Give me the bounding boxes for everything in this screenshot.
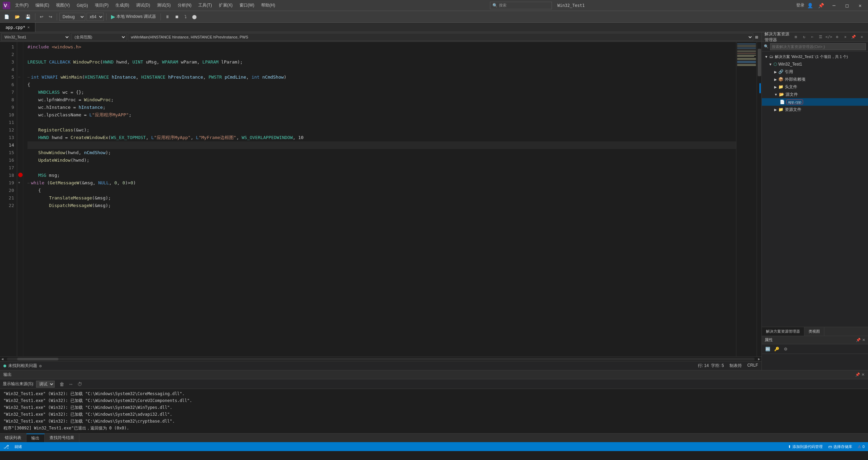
- redo-button[interactable]: ↪: [47, 12, 54, 21]
- external-deps-item[interactable]: ▶ 📦 外部依赖项: [762, 76, 868, 83]
- prop-btn-1[interactable]: 🔤: [764, 346, 771, 353]
- new-file-button[interactable]: 📄: [2, 12, 11, 21]
- res-expand-icon: ▶: [774, 108, 777, 112]
- panel-icon-2[interactable]: ↻: [801, 34, 808, 41]
- project-item[interactable]: ▼ ⬡ Win32_Test1: [762, 60, 868, 68]
- panel-icon-1[interactable]: ⊞: [792, 34, 799, 41]
- properties-title: 属性: [765, 337, 773, 343]
- func-select[interactable]: wWinMain(HINSTANCE hInstance, HINSTANCE …: [128, 33, 753, 41]
- maximize-button[interactable]: □: [842, 2, 852, 9]
- run-button[interactable]: ▶ 本地 Windows 调试器: [109, 13, 158, 20]
- step-over-button[interactable]: ⤵: [182, 12, 189, 21]
- build-config-select[interactable]: Debug Release: [59, 13, 85, 21]
- code-line-14: [27, 141, 736, 149]
- output-close-icon[interactable]: ✕: [861, 372, 865, 377]
- panel-close[interactable]: ✕: [858, 34, 865, 41]
- app-cpp-item[interactable]: 📄 app.cpp: [762, 98, 868, 106]
- menu-git[interactable]: Git(G): [73, 2, 91, 9]
- pin-button[interactable]: 📌: [816, 2, 826, 9]
- class-view-tab[interactable]: 类视图: [804, 327, 824, 336]
- project-collapse-icon: ▼: [769, 62, 772, 66]
- find-symbol-tab[interactable]: 查找符号结果: [45, 434, 79, 442]
- expand-editor-icon[interactable]: ⊞: [753, 34, 760, 40]
- prop-btn-3[interactable]: ⚙: [782, 346, 789, 353]
- code-line-1: #include <windows.h>: [27, 43, 736, 51]
- menu-file[interactable]: 文件(F): [12, 1, 32, 10]
- account-icon[interactable]: 👤: [807, 3, 813, 8]
- error-list-tab[interactable]: 错误列表: [0, 434, 26, 442]
- save-button[interactable]: 💾: [23, 12, 33, 21]
- solution-icon: 🗂: [769, 54, 774, 59]
- line-num-10: 10: [0, 111, 14, 119]
- scroll-left-btn[interactable]: ◀: [0, 357, 5, 361]
- references-item[interactable]: ▶ 🔗 引用: [762, 68, 868, 76]
- line-num-14: 14: [0, 141, 14, 149]
- scroll-thumb[interactable]: [758, 49, 761, 76]
- panel-icon-4[interactable]: ☰: [817, 34, 824, 41]
- panel-icon-6[interactable]: ⚙: [834, 34, 841, 41]
- stop-button[interactable]: ⏹: [173, 12, 181, 21]
- breakpoint-button[interactable]: ⬤: [190, 12, 199, 21]
- select-repo[interactable]: 🗃 选择存储库: [828, 444, 852, 449]
- scroll-right-btn[interactable]: ▶: [757, 357, 761, 361]
- solution-search-input[interactable]: [770, 43, 866, 50]
- panel-icon-7[interactable]: ✕: [842, 34, 849, 41]
- code-content[interactable]: #include <windows.h> LRESULT CALLBACK Wi…: [23, 42, 736, 356]
- resource-files-item[interactable]: ▶ 📁 资源文件: [762, 106, 868, 113]
- menu-analyze[interactable]: 分析(N): [174, 1, 195, 10]
- prop-close-icon[interactable]: ✕: [862, 338, 865, 342]
- collapse-btn-line5[interactable]: —: [18, 75, 20, 79]
- header-files-item[interactable]: ▶ 📁 头文件: [762, 83, 868, 91]
- menu-window[interactable]: 窗口(W): [236, 1, 258, 10]
- code-line-16: UpdateWindow(hwnd);: [27, 157, 736, 164]
- menu-extensions[interactable]: 扩展(X): [215, 1, 236, 10]
- output-filter-btn[interactable]: ⏱: [76, 381, 84, 387]
- file-scope-select[interactable]: Win32_Test1: [1, 33, 70, 41]
- menu-help[interactable]: 帮助(H): [258, 1, 279, 10]
- menu-project[interactable]: 项目(P): [91, 1, 112, 10]
- code-line-8: wc.lpfnWndProc = WindowProc;: [27, 96, 736, 104]
- horizontal-scrollbar[interactable]: ◀ ▶: [0, 356, 761, 361]
- pause-button[interactable]: ⏸: [163, 12, 171, 21]
- close-button[interactable]: ✕: [855, 2, 865, 9]
- output-source-select[interactable]: 调试 生成: [36, 381, 55, 388]
- minimize-button[interactable]: ─: [829, 2, 839, 9]
- platform-select[interactable]: x64 x86: [87, 13, 104, 21]
- solution-root-item[interactable]: ▼ 🗂 解决方案 'Win32_Test1' (1 个项目，共 1 个): [762, 53, 868, 60]
- open-file-button[interactable]: 📂: [13, 12, 22, 21]
- panel-icon-3[interactable]: ←: [809, 34, 816, 41]
- login-label[interactable]: 登录: [796, 2, 804, 8]
- menu-edit[interactable]: 编辑(E): [32, 1, 53, 10]
- prop-pin-icon[interactable]: 📌: [856, 338, 861, 342]
- menu-view[interactable]: 视图(V): [53, 1, 73, 10]
- menu-tools[interactable]: 工具(T): [195, 1, 215, 10]
- output-wrap-btn[interactable]: ↔: [67, 381, 75, 387]
- output-pin-icon[interactable]: 📌: [855, 372, 860, 377]
- scroll-thumb-h[interactable]: [17, 358, 58, 360]
- global-scope-select[interactable]: (全局范围): [71, 33, 126, 41]
- tab-app-cpp[interactable]: app.cpp* ✕: [0, 23, 35, 32]
- add-source-control[interactable]: ⬆ 添加到源代码管理: [788, 444, 823, 449]
- menu-debug[interactable]: 调试(D): [133, 1, 154, 10]
- menu-test[interactable]: 测试(S): [154, 1, 174, 10]
- solution-explorer-tab[interactable]: 解决方案资源管理器: [762, 327, 804, 336]
- prop-btn-2[interactable]: 🔑: [773, 346, 780, 353]
- breakpoint-marker-line18: [18, 173, 23, 177]
- undo-button[interactable]: ↩: [38, 12, 45, 21]
- tab-close-button[interactable]: ✕: [27, 25, 30, 30]
- output-tab[interactable]: 输出: [26, 434, 45, 442]
- menu-build[interactable]: 生成(B): [112, 1, 133, 10]
- stop-icon: ⏹: [175, 14, 179, 19]
- collapse-btn-line19[interactable]: ▼: [18, 181, 20, 184]
- error-icon: ⚠: [858, 445, 861, 449]
- source-files-item[interactable]: ▼ 📂 源文件: [762, 91, 868, 98]
- panel-pin[interactable]: 📌: [850, 34, 857, 41]
- project-icon: ⬡: [774, 62, 777, 67]
- settings-icon[interactable]: ⚙: [39, 364, 42, 368]
- fold-icon-5[interactable]: –: [27, 73, 30, 81]
- fold-icon-19[interactable]: –: [27, 179, 30, 187]
- search-placeholder: 搜索: [499, 3, 507, 8]
- panel-icon-5[interactable]: </>: [825, 34, 832, 41]
- output-clear-btn[interactable]: 🗑: [58, 381, 66, 387]
- vertical-scrollbar[interactable]: [757, 42, 761, 356]
